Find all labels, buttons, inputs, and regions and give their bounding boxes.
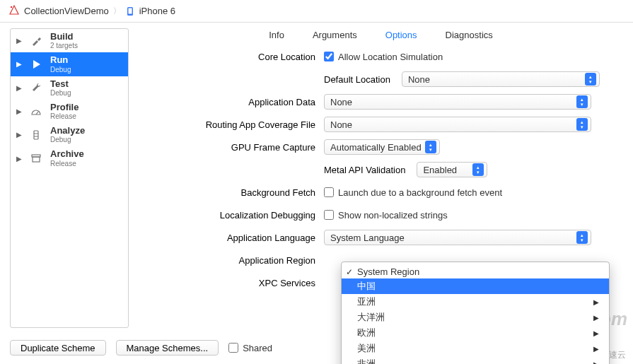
default-location-label: Default Location xyxy=(324,74,397,85)
tabs: Info Arguments Options Diagnostics xyxy=(140,25,622,49)
application-data-select[interactable]: None ▴▾ xyxy=(324,94,591,110)
svg-rect-2 xyxy=(128,8,132,13)
device-icon xyxy=(125,6,135,16)
duplicate-scheme-button[interactable]: Duplicate Scheme xyxy=(10,340,106,356)
submenu-arrow-icon: ▶ xyxy=(593,345,599,353)
gauge-icon xyxy=(28,106,45,117)
allow-location-simulation-checkbox[interactable] xyxy=(324,52,334,61)
region-option-americas[interactable]: 美洲▶ xyxy=(342,341,609,356)
updown-arrows-icon: ▴▾ xyxy=(576,118,588,131)
submenu-arrow-icon: ▶ xyxy=(593,298,599,306)
application-region-dropdown[interactable]: ✓System Region 中国 亚洲▶ 大洋洲▶ 欧洲▶ 美洲▶ 非洲▶ xyxy=(341,262,610,364)
tab-arguments[interactable]: Arguments xyxy=(313,30,357,40)
shared-checkbox[interactable] xyxy=(228,343,238,353)
manage-schemes-button[interactable]: Manage Schemes... xyxy=(116,340,219,356)
analyze-icon xyxy=(28,129,45,141)
sidebar-item-build[interactable]: ▶ Build2 targets xyxy=(11,29,128,52)
background-fetch-checkbox[interactable] xyxy=(324,187,334,197)
disclosure-triangle-icon[interactable]: ▶ xyxy=(16,131,22,139)
svg-rect-7 xyxy=(33,157,40,162)
gpu-frame-capture-select[interactable]: Automatically Enabled ▴▾ xyxy=(324,139,440,155)
chevron-right-icon: 〉 xyxy=(113,6,121,16)
sidebar-item-archive[interactable]: ▶ ArchiveRelease xyxy=(11,146,128,170)
loc-debug-label: Localization Debugging xyxy=(140,210,324,221)
updown-arrows-icon: ▴▾ xyxy=(425,141,436,153)
breadcrumb-device[interactable]: iPhone 6 xyxy=(139,6,175,16)
tab-options[interactable]: Options xyxy=(385,30,417,40)
breadcrumb: CollectionViewDemo 〉 iPhone 6 xyxy=(0,0,633,23)
shared-checkbox-wrapper[interactable]: Shared xyxy=(228,343,272,353)
xpc-label: XPC Services xyxy=(140,278,324,288)
core-location-label: Core Location xyxy=(140,52,324,62)
hammer-icon xyxy=(28,35,45,47)
updown-arrows-icon: ▴▾ xyxy=(585,73,596,86)
routing-file-select[interactable]: None ▴▾ xyxy=(324,117,591,132)
region-option-asia[interactable]: 亚洲▶ xyxy=(342,294,609,310)
region-option-oceania[interactable]: 大洋洲▶ xyxy=(342,310,609,325)
updown-arrows-icon: ▴▾ xyxy=(576,95,588,108)
app-data-label: Application Data xyxy=(140,97,324,107)
play-icon xyxy=(28,59,45,70)
app-region-label: Application Region xyxy=(140,255,324,266)
tab-info[interactable]: Info xyxy=(269,30,284,40)
submenu-arrow-icon: ▶ xyxy=(593,329,599,337)
svg-rect-4 xyxy=(34,131,38,139)
tab-diagnostics[interactable]: Diagnostics xyxy=(446,30,493,40)
bg-fetch-label: Background Fetch xyxy=(140,187,324,198)
wrench-icon xyxy=(28,82,45,93)
default-location-select[interactable]: None ▴▾ xyxy=(402,71,600,87)
gpu-label: GPU Frame Capture xyxy=(140,142,324,153)
disclosure-triangle-icon[interactable]: ▶ xyxy=(16,60,22,68)
sidebar-item-profile[interactable]: ▶ ProfileRelease xyxy=(11,100,128,123)
localization-debugging-checkbox[interactable] xyxy=(324,210,334,220)
disclosure-triangle-icon[interactable]: ▶ xyxy=(16,155,22,163)
disclosure-triangle-icon[interactable]: ▶ xyxy=(16,84,22,92)
scheme-sidebar: ▶ Build2 targets ▶ RunDebug ▶ TestDebug … xyxy=(10,28,129,328)
updown-arrows-icon: ▴▾ xyxy=(576,231,588,244)
updown-arrows-icon: ▴▾ xyxy=(472,163,484,176)
sidebar-item-run[interactable]: ▶ RunDebug xyxy=(11,52,128,76)
application-language-select[interactable]: System Language ▴▾ xyxy=(324,230,591,245)
background-fetch-text: Launch due to a background fetch event xyxy=(338,187,502,198)
breadcrumb-project[interactable]: CollectionViewDemo xyxy=(24,6,109,16)
sidebar-item-test[interactable]: ▶ TestDebug xyxy=(11,76,128,100)
region-option-europe[interactable]: 欧洲▶ xyxy=(342,325,609,341)
svg-point-0 xyxy=(11,6,12,8)
region-option-china[interactable]: 中国 xyxy=(342,278,609,294)
svg-rect-8 xyxy=(32,155,40,157)
region-option-africa[interactable]: 非洲▶ xyxy=(342,356,609,364)
app-language-label: Application Language xyxy=(140,233,324,243)
routing-label: Routing App Coverage File xyxy=(140,119,324,130)
svg-line-3 xyxy=(36,112,38,115)
app-icon xyxy=(8,4,20,18)
disclosure-triangle-icon[interactable]: ▶ xyxy=(16,37,22,45)
sidebar-item-analyze[interactable]: ▶ AnalyzeDebug xyxy=(11,123,128,146)
shared-label: Shared xyxy=(243,343,272,353)
localization-debugging-text: Show non-localized strings xyxy=(338,210,448,221)
check-icon: ✓ xyxy=(346,267,353,277)
disclosure-triangle-icon[interactable]: ▶ xyxy=(16,107,22,115)
submenu-arrow-icon: ▶ xyxy=(593,314,599,322)
submenu-arrow-icon: ▶ xyxy=(593,360,599,365)
archive-icon xyxy=(28,153,45,164)
metal-api-validation-select[interactable]: Enabled ▴▾ xyxy=(417,162,487,177)
metal-label: Metal API Validation xyxy=(324,165,412,175)
region-option-system[interactable]: ✓System Region xyxy=(342,265,609,278)
allow-location-simulation-text: Allow Location Simulation xyxy=(338,52,443,62)
